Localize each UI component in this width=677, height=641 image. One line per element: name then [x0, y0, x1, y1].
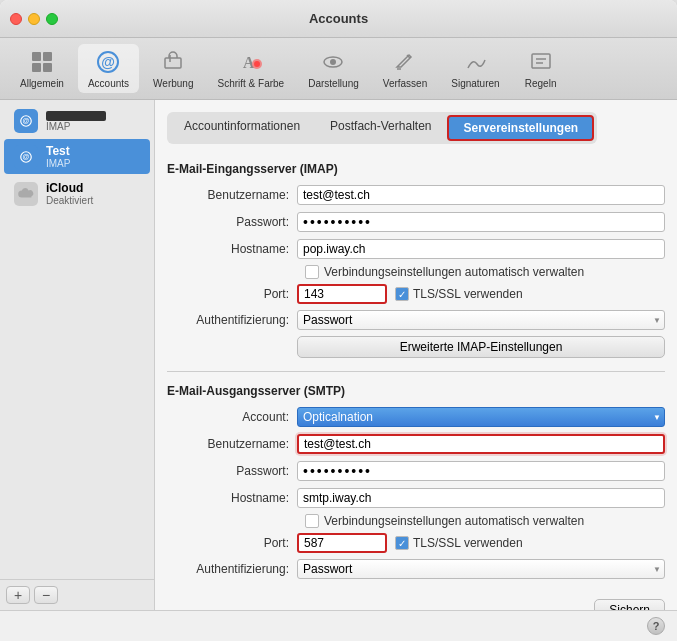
- smtp-benutzername-input[interactable]: [297, 434, 665, 454]
- minimize-button[interactable]: [28, 13, 40, 25]
- icloud-icon: [14, 182, 38, 206]
- smtp-benutzername-row: Benutzername:: [167, 433, 665, 455]
- smtp-tls-checkbox[interactable]: ✓: [395, 536, 409, 550]
- smtp-verbindung-checkbox[interactable]: [305, 514, 319, 528]
- traffic-lights: [10, 13, 58, 25]
- toolbar-regeln[interactable]: Regeln: [514, 44, 568, 93]
- smtp-hostname-label: Hostname:: [167, 491, 297, 505]
- toolbar-verfassen-label: Verfassen: [383, 78, 427, 89]
- window: Accounts Allgemein @ Accounts Werbung A …: [0, 0, 677, 641]
- smtp-hostname-input[interactable]: [297, 488, 665, 508]
- sidebar-item-test[interactable]: @ Test IMAP: [4, 139, 150, 174]
- toolbar: Allgemein @ Accounts Werbung A Schrift &…: [0, 38, 677, 100]
- smtp-account-row: Account: Opticalnation: [167, 406, 665, 428]
- help-button[interactable]: ?: [647, 617, 665, 635]
- icloud-account-sub: Deaktiviert: [46, 195, 93, 206]
- imap-account-name: [46, 111, 106, 121]
- imap-port-label: Port:: [167, 287, 297, 301]
- signaturen-icon: [461, 48, 489, 76]
- imap-hostname-input[interactable]: [297, 239, 665, 259]
- window-title: Accounts: [309, 11, 368, 26]
- imap-section-title: E-Mail-Eingangsserver (IMAP): [167, 162, 665, 176]
- toolbar-signaturen-label: Signaturen: [451, 78, 499, 89]
- imap-hostname-label: Hostname:: [167, 242, 297, 256]
- imap-verbindung-row: Verbindungseinstellungen automatisch ver…: [167, 265, 665, 279]
- smtp-auth-label: Authentifizierung:: [167, 562, 297, 576]
- smtp-verbindung-label: Verbindungseinstellungen automatisch ver…: [324, 514, 584, 528]
- imap-advanced-button[interactable]: Erweiterte IMAP-Einstellungen: [297, 336, 665, 358]
- accounts-icon: @: [94, 48, 122, 76]
- toolbar-darstellung-label: Darstellung: [308, 78, 359, 89]
- remove-account-button[interactable]: −: [34, 586, 58, 604]
- section-separator: [167, 371, 665, 372]
- close-button[interactable]: [10, 13, 22, 25]
- smtp-account-select[interactable]: Opticalnation: [297, 407, 665, 427]
- imap-verbindung-checkbox[interactable]: [305, 265, 319, 279]
- tab-server[interactable]: Servereinstellungen: [447, 115, 594, 141]
- imap-port-input[interactable]: [297, 284, 387, 304]
- svg-point-10: [254, 61, 260, 67]
- tab-postfach[interactable]: Postfach-Verhalten: [316, 115, 445, 141]
- smtp-passwort-input[interactable]: [297, 461, 665, 481]
- smtp-auth-row: Authentifizierung: Passwort: [167, 558, 665, 580]
- toolbar-schrift-label: Schrift & Farbe: [217, 78, 284, 89]
- svg-rect-1: [43, 52, 52, 61]
- toolbar-regeln-label: Regeln: [525, 78, 557, 89]
- smtp-section-title: E-Mail-Ausgangsserver (SMTP): [167, 384, 665, 398]
- imap-benutzername-row: Benutzername:: [167, 184, 665, 206]
- imap-benutzername-label: Benutzername:: [167, 188, 297, 202]
- content-area: @ IMAP @ Test IMAP: [0, 100, 677, 610]
- save-button[interactable]: Sichern: [594, 599, 665, 610]
- toolbar-accounts-label: Accounts: [88, 78, 129, 89]
- toolbar-verfassen[interactable]: Verfassen: [373, 44, 437, 93]
- svg-text:@: @: [23, 153, 30, 160]
- toolbar-schrift[interactable]: A Schrift & Farbe: [207, 44, 294, 93]
- smtp-benutzername-label: Benutzername:: [167, 437, 297, 451]
- tab-accountinfo[interactable]: Accountinformationen: [170, 115, 314, 141]
- smtp-port-row: Port: ✓ TLS/SSL verwenden: [167, 533, 665, 553]
- main-panel: Accountinformationen Postfach-Verhalten …: [155, 100, 677, 610]
- imap-passwort-input[interactable]: [297, 212, 665, 232]
- test-account-name: Test: [46, 144, 70, 158]
- regeln-icon: [527, 48, 555, 76]
- sidebar-item-icloud[interactable]: iCloud Deaktiviert: [4, 176, 150, 211]
- imap-hostname-row: Hostname:: [167, 238, 665, 260]
- sidebar-footer: + −: [0, 579, 154, 610]
- svg-rect-6: [165, 58, 181, 68]
- svg-rect-13: [532, 54, 550, 68]
- svg-text:@: @: [102, 54, 116, 70]
- toolbar-signaturen[interactable]: Signaturen: [441, 44, 509, 93]
- imap-auth-select[interactable]: Passwort: [297, 310, 665, 330]
- smtp-auth-select[interactable]: Passwort: [297, 559, 665, 579]
- smtp-port-label: Port:: [167, 536, 297, 550]
- toolbar-werbung[interactable]: Werbung: [143, 44, 203, 93]
- bottom-bar: ?: [0, 610, 677, 641]
- add-account-button[interactable]: +: [6, 586, 30, 604]
- svg-point-12: [330, 59, 336, 65]
- toolbar-accounts[interactable]: @ Accounts: [78, 44, 139, 93]
- test-account-icon: @: [14, 145, 38, 169]
- test-account-sub: IMAP: [46, 158, 70, 169]
- smtp-hostname-row: Hostname:: [167, 487, 665, 509]
- darstellung-icon: [319, 48, 347, 76]
- imap-benutzername-input[interactable]: [297, 185, 665, 205]
- werbung-icon: [159, 48, 187, 76]
- maximize-button[interactable]: [46, 13, 58, 25]
- svg-rect-2: [32, 63, 41, 72]
- schrift-icon: A: [237, 48, 265, 76]
- imap-port-row: Port: ✓ TLS/SSL verwenden: [167, 284, 665, 304]
- toolbar-darstellung[interactable]: Darstellung: [298, 44, 369, 93]
- imap-icon: @: [14, 109, 38, 133]
- titlebar: Accounts: [0, 0, 677, 38]
- imap-tls-checkbox[interactable]: ✓: [395, 287, 409, 301]
- toolbar-allgemein-label: Allgemein: [20, 78, 64, 89]
- toolbar-allgemein[interactable]: Allgemein: [10, 44, 74, 93]
- smtp-verbindung-row: Verbindungseinstellungen automatisch ver…: [167, 514, 665, 528]
- imap-passwort-row: Passwort:: [167, 211, 665, 233]
- imap-tls-label: TLS/SSL verwenden: [413, 287, 523, 301]
- smtp-port-input[interactable]: [297, 533, 387, 553]
- svg-rect-3: [43, 63, 52, 72]
- svg-text:@: @: [23, 117, 30, 124]
- imap-account-type: IMAP: [46, 121, 106, 132]
- smtp-tls-label: TLS/SSL verwenden: [413, 536, 523, 550]
